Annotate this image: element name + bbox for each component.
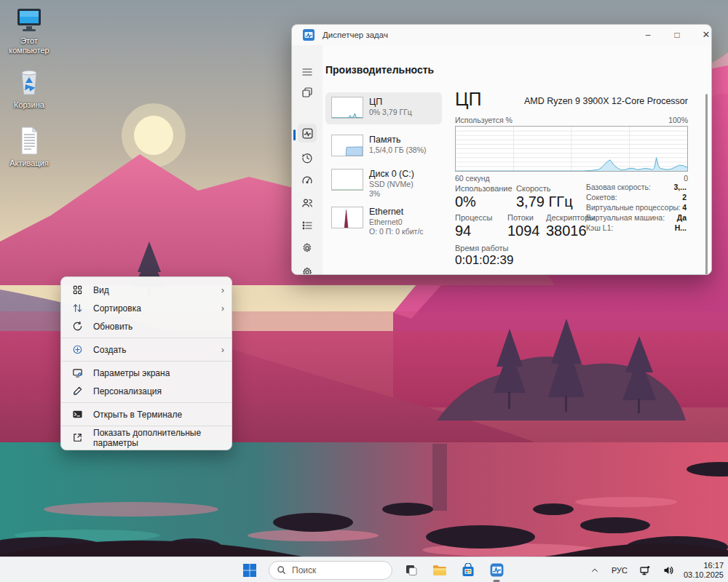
gear-icon bbox=[301, 266, 313, 275]
menu-item-label: Вид bbox=[93, 285, 221, 295]
computer-icon bbox=[12, 6, 46, 35]
menu-item-show-more-options[interactable]: Показать дополнительные параметры bbox=[61, 428, 232, 447]
detail-value: Н... bbox=[675, 223, 687, 232]
desktop-icon-label: Корзина bbox=[1, 100, 57, 110]
desktop-icon-label: Этот компьютер bbox=[1, 36, 57, 55]
tile-subtitle-2: О: 0 П: 0 кбит/с bbox=[369, 227, 424, 236]
performance-tiles: ЦП 0% 3,79 ГГц Память 1,5/4,0 ГБ (38%) bbox=[323, 45, 445, 274]
menu-item-refresh[interactable]: Обновить bbox=[61, 317, 232, 335]
store-icon bbox=[461, 563, 475, 578]
menu-item-personalize[interactable]: Персонализация bbox=[61, 382, 232, 400]
tile-subtitle-2: 3% bbox=[369, 189, 414, 199]
menu-item-open-terminal[interactable]: Открыть в Терминале bbox=[61, 405, 232, 423]
detail-value: 4 bbox=[682, 203, 687, 212]
search-input[interactable] bbox=[292, 565, 372, 575]
desktop-icon-this-pc[interactable]: Этот компьютер bbox=[1, 6, 57, 55]
volume-button[interactable] bbox=[660, 561, 676, 580]
microsoft-store-button[interactable] bbox=[459, 561, 478, 580]
file-explorer-button[interactable] bbox=[430, 561, 449, 580]
stat-value: 38016 bbox=[546, 223, 587, 239]
nav-details[interactable] bbox=[298, 216, 317, 235]
stat-label: Использование bbox=[455, 184, 513, 193]
desktop: Этот компьютер Корзина Активация bbox=[0, 0, 728, 582]
close-button[interactable]: ✕ bbox=[692, 25, 712, 45]
details-list-icon bbox=[301, 220, 313, 231]
tile-disk[interactable]: Диск 0 (C:) SSD (NVMe) 3% bbox=[325, 164, 442, 205]
new-plus-icon bbox=[71, 343, 84, 356]
chevron-up-icon bbox=[590, 566, 599, 575]
page-title: Производительность bbox=[325, 64, 434, 76]
file-explorer-icon bbox=[432, 563, 448, 578]
settings-button[interactable] bbox=[298, 263, 317, 275]
navigation-rail bbox=[292, 45, 323, 274]
network-button[interactable] bbox=[637, 561, 653, 580]
display-settings-icon bbox=[71, 367, 84, 380]
cpu-panel-title: ЦП bbox=[455, 89, 481, 110]
menu-item-view[interactable]: Вид › bbox=[61, 281, 232, 299]
processor-name: AMD Ryzen 9 3900X 12-Core Processor bbox=[524, 96, 688, 106]
desktop-icon-activation[interactable]: Активация bbox=[1, 125, 57, 168]
stat-label: Время работы bbox=[455, 244, 509, 252]
tile-ethernet[interactable]: Ethernet Ethernet0 О: 0 П: 0 кбит/с bbox=[325, 202, 442, 243]
maximize-button[interactable]: □ bbox=[662, 25, 692, 45]
ethernet-mini-graph bbox=[331, 207, 363, 228]
menu-separator bbox=[61, 426, 232, 426]
window-title: Диспетчер задач bbox=[323, 31, 388, 39]
menu-hamburger-button[interactable] bbox=[298, 63, 317, 81]
system-tray: РУС 16:17 03.10.2025 bbox=[587, 557, 724, 582]
language-indicator[interactable]: РУС bbox=[609, 566, 630, 575]
start-button[interactable] bbox=[240, 561, 259, 580]
graph-ylabel: Используется % bbox=[455, 116, 513, 124]
chevron-right-icon: › bbox=[221, 344, 224, 355]
personalize-icon bbox=[71, 385, 84, 398]
minimize-button[interactable]: – bbox=[633, 25, 662, 45]
stat-label: Процессы bbox=[455, 213, 492, 222]
menu-item-sort[interactable]: Сортировка › bbox=[61, 299, 232, 317]
cpu-usage-chart bbox=[455, 126, 688, 172]
task-view-button[interactable] bbox=[402, 561, 421, 580]
stat-value: 0% bbox=[455, 194, 476, 210]
desktop-icon-recycle-bin[interactable]: Корзина bbox=[1, 65, 57, 110]
nav-performance[interactable] bbox=[298, 124, 317, 143]
document-icon bbox=[12, 125, 46, 157]
stat-label: Потоки bbox=[507, 213, 534, 222]
recycle-bin-icon bbox=[12, 65, 46, 99]
task-manager-window: Диспетчер задач – □ ✕ bbox=[291, 24, 712, 275]
task-manager-icon bbox=[489, 562, 505, 578]
graph-ymax-label: 100% bbox=[668, 116, 688, 124]
detail-label: Виртуальные процессоры: bbox=[586, 203, 681, 212]
taskbar-search[interactable] bbox=[269, 561, 392, 580]
nav-app-history[interactable] bbox=[298, 148, 317, 167]
nav-processes[interactable] bbox=[298, 83, 317, 102]
menu-item-label: Сортировка bbox=[93, 303, 221, 314]
tile-subtitle: Ethernet0 bbox=[369, 218, 424, 227]
terminal-icon bbox=[71, 408, 84, 421]
tile-memory[interactable]: Память 1,5/4,0 ГБ (38%) bbox=[325, 130, 442, 162]
tile-title: Диск 0 (C:) bbox=[369, 169, 414, 180]
task-manager-taskbar-button[interactable] bbox=[487, 561, 506, 580]
cpu-mini-graph bbox=[331, 97, 363, 119]
running-app-indicator bbox=[494, 580, 500, 582]
time: 16:17 bbox=[684, 561, 724, 570]
nav-users[interactable] bbox=[298, 194, 317, 212]
tile-title: Ethernet bbox=[369, 207, 424, 218]
menu-item-label: Обновить bbox=[93, 322, 224, 332]
stat-value: 1094 bbox=[507, 223, 540, 239]
processes-icon bbox=[301, 87, 313, 98]
menu-item-label: Показать дополнительные параметры bbox=[93, 428, 224, 448]
menu-item-new[interactable]: Создать › bbox=[61, 340, 232, 359]
show-more-icon bbox=[71, 431, 84, 445]
clock[interactable]: 16:17 03.10.2025 bbox=[684, 561, 724, 580]
sort-icon bbox=[71, 302, 84, 315]
nav-startup-apps[interactable] bbox=[298, 171, 317, 190]
tile-subtitle: SSD (NVMe) bbox=[369, 180, 414, 189]
menu-item-display-settings[interactable]: Параметры экрана bbox=[61, 364, 232, 382]
history-clock-icon bbox=[301, 152, 313, 164]
tile-cpu[interactable]: ЦП 0% 3,79 ГГц bbox=[325, 92, 442, 124]
stat-label: Скорость bbox=[516, 184, 551, 193]
titlebar[interactable]: Диспетчер задач – □ ✕ bbox=[292, 25, 711, 45]
hidden-icons-button[interactable] bbox=[587, 561, 602, 580]
detail-value: Да bbox=[677, 213, 687, 222]
date: 03.10.2025 bbox=[684, 570, 724, 580]
scrollbar[interactable] bbox=[705, 94, 708, 275]
